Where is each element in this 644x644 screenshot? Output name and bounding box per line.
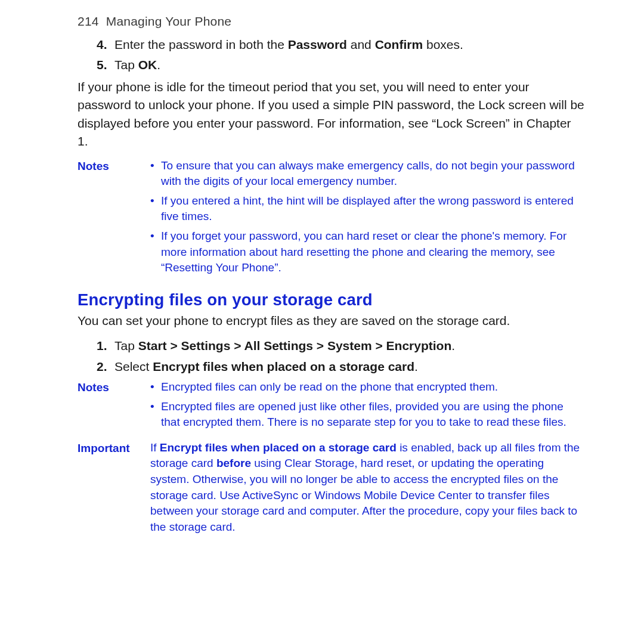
page-number: 214 — [78, 14, 99, 28]
bullet-icon: • — [150, 158, 161, 190]
important-text: If Encrypt files when placed on a storag… — [150, 440, 584, 535]
note-text: Encrypted files can only be read on the … — [161, 379, 584, 395]
note-text: If you forget your password, you can har… — [161, 228, 584, 276]
steps-list-a: 4. Enter the password in both the Passwo… — [97, 36, 584, 75]
notes-block-1: Notes • To ensure that you can always ma… — [78, 158, 584, 280]
section-heading: Encrypting files on your storage card — [78, 290, 584, 309]
bullet-icon: • — [150, 228, 161, 276]
step-number: 1. — [97, 337, 107, 355]
body-paragraph: If your phone is idle for the timeout pe… — [78, 78, 584, 151]
step-item: 1. Tap Start > Settings > All Settings >… — [97, 337, 584, 355]
notes-items: • To ensure that you can always make eme… — [150, 158, 584, 280]
note-text: Encrypted files are opened just like oth… — [161, 399, 584, 431]
note-text: To ensure that you can always make emerg… — [161, 158, 584, 190]
step-text: Tap Start > Settings > All Settings > Sy… — [114, 339, 455, 352]
step-item: 4. Enter the password in both the Passwo… — [97, 36, 584, 54]
page-container: 214 Managing Your Phone 4. Enter the pas… — [0, 0, 644, 535]
body-paragraph: You can set your phone to encrypt files … — [78, 312, 584, 330]
page-header-title: Managing Your Phone — [106, 14, 231, 28]
note-item: • To ensure that you can always make eme… — [150, 158, 584, 190]
step-text: Select Encrypt files when placed on a st… — [114, 360, 418, 373]
step-number: 5. — [97, 56, 107, 74]
note-item: • If you forget your password, you can h… — [150, 228, 584, 276]
bullet-icon: • — [150, 379, 161, 395]
note-item: • Encrypted files are opened just like o… — [150, 399, 584, 431]
step-number: 2. — [97, 358, 107, 376]
notes-label: Notes — [78, 379, 150, 434]
note-text: If you entered a hint, the hint will be … — [161, 193, 584, 225]
bullet-icon: • — [150, 399, 161, 431]
step-text: Enter the password in both the Password … — [114, 38, 463, 51]
notes-items: • Encrypted files can only be read on th… — [150, 379, 584, 434]
notes-block-2: Notes • Encrypted files can only be read… — [78, 379, 584, 434]
step-number: 4. — [97, 36, 107, 54]
page-header: 214 Managing Your Phone — [78, 14, 584, 29]
step-item: 5. Tap OK. — [97, 56, 584, 74]
note-item: • Encrypted files can only be read on th… — [150, 379, 584, 395]
notes-label: Notes — [78, 158, 150, 280]
note-item: • If you entered a hint, the hint will b… — [150, 193, 584, 225]
steps-list-b: 1. Tap Start > Settings > All Settings >… — [97, 337, 584, 376]
important-block: Important If Encrypt files when placed o… — [78, 440, 584, 535]
step-item: 2. Select Encrypt files when placed on a… — [97, 358, 584, 376]
bullet-icon: • — [150, 193, 161, 225]
important-label: Important — [78, 440, 150, 535]
step-text: Tap OK. — [114, 58, 160, 72]
